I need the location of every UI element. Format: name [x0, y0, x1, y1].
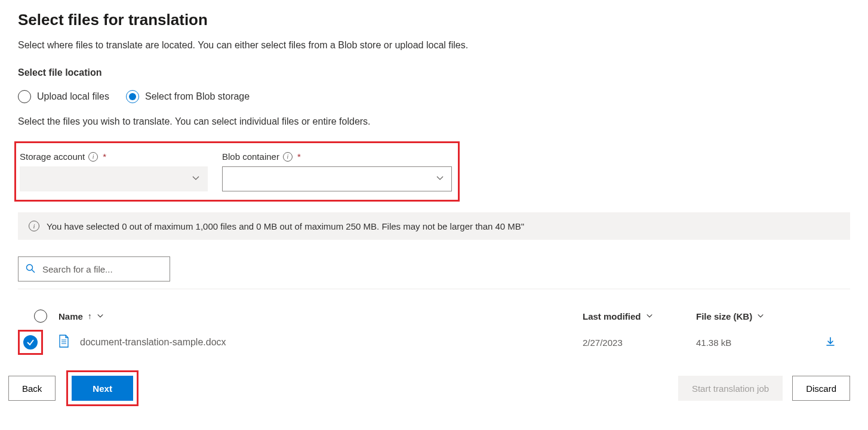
- chevron-down-icon: [192, 174, 200, 184]
- selection-status-bar: i You have selected 0 out of maximum 1,0…: [18, 212, 850, 240]
- svg-line-1: [32, 270, 35, 273]
- storage-account-label-text: Storage account: [20, 151, 85, 162]
- required-asterisk: *: [103, 151, 106, 162]
- document-icon: [59, 335, 69, 350]
- chevron-down-icon: [436, 174, 444, 184]
- status-text: You have selected 0 out of maximum 1,000…: [47, 221, 524, 231]
- radio-upload-local[interactable]: Upload local files: [18, 90, 109, 103]
- storage-account-field: Storage account i *: [20, 151, 208, 191]
- blob-container-dropdown[interactable]: [222, 166, 452, 191]
- file-modified: 2/27/2023: [583, 338, 696, 348]
- column-name-label: Name: [59, 311, 83, 321]
- discard-button[interactable]: Discard: [792, 376, 850, 401]
- column-header-modified[interactable]: Last modified: [583, 311, 696, 321]
- file-selection-instruction: Select the files you wish to translate. …: [18, 116, 850, 127]
- column-header-name[interactable]: Name ↑: [59, 311, 583, 321]
- column-header-size[interactable]: File size (KB): [696, 311, 815, 321]
- file-search-box[interactable]: [18, 256, 170, 281]
- highlighted-dropdowns: Storage account i * Blob container i *: [14, 141, 460, 202]
- blob-container-label-text: Blob container: [222, 151, 279, 162]
- column-size-label: File size (KB): [696, 311, 752, 321]
- required-asterisk: *: [297, 151, 301, 162]
- file-name: document-translation-sample.docx: [80, 337, 226, 348]
- svg-point-0: [27, 264, 33, 270]
- back-button[interactable]: Back: [8, 376, 56, 401]
- file-size: 41.38 kB: [696, 338, 815, 348]
- file-location-label: Select file location: [18, 67, 850, 78]
- divider: [18, 289, 850, 289]
- highlighted-checkbox: [18, 330, 43, 355]
- column-modified-label: Last modified: [583, 311, 641, 321]
- info-icon[interactable]: i: [283, 152, 293, 162]
- search-icon: [26, 264, 35, 275]
- radio-upload-label: Upload local files: [37, 91, 109, 102]
- wizard-footer: Back Next Start translation job Discard: [8, 370, 850, 406]
- select-all-checkbox[interactable]: [34, 310, 47, 323]
- chevron-down-icon: [757, 311, 764, 321]
- file-location-radio-group: Upload local files Select from Blob stor…: [18, 90, 850, 103]
- blob-container-label: Blob container i *: [222, 151, 452, 162]
- row-checkbox-checked[interactable]: [23, 335, 38, 349]
- file-table-header: Name ↑ Last modified File size (KB): [18, 306, 850, 326]
- storage-account-label: Storage account i *: [20, 151, 208, 162]
- search-input[interactable]: [41, 264, 162, 275]
- storage-account-dropdown[interactable]: [20, 166, 208, 191]
- radio-icon: [18, 90, 31, 103]
- info-icon: i: [29, 221, 39, 231]
- info-icon[interactable]: i: [88, 152, 98, 162]
- download-icon[interactable]: [825, 336, 836, 349]
- chevron-down-icon: [646, 311, 653, 321]
- page-subtitle: Select where files to translate are loca…: [18, 40, 850, 51]
- radio-blob-label: Select from Blob storage: [145, 91, 250, 102]
- radio-icon: [126, 90, 139, 103]
- table-row[interactable]: document-translation-sample.docx 2/27/20…: [18, 326, 850, 358]
- next-button[interactable]: Next: [72, 376, 133, 401]
- blob-container-field: Blob container i *: [222, 151, 452, 191]
- radio-blob-storage[interactable]: Select from Blob storage: [126, 90, 250, 103]
- page-title: Select files for translation: [18, 11, 850, 29]
- sort-ascending-icon: ↑: [88, 311, 92, 321]
- start-translation-button: Start translation job: [678, 376, 783, 401]
- chevron-down-icon: [97, 311, 104, 321]
- highlighted-next: Next: [66, 370, 138, 406]
